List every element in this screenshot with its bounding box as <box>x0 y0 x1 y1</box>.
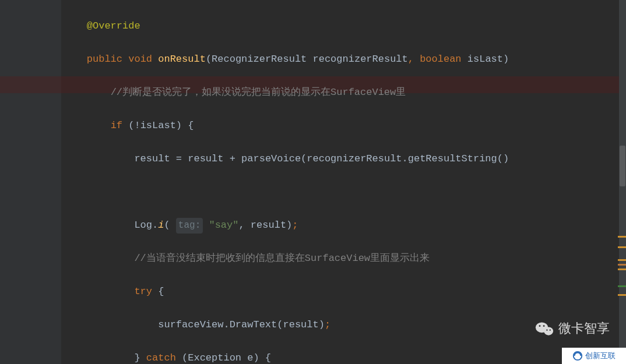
param-type-1: RecognizerResult <box>212 51 307 68</box>
kw-try: try <box>134 284 152 301</box>
svg-point-2 <box>539 325 541 327</box>
kw-if: if <box>111 118 122 135</box>
brand-text: 创新互联 <box>585 349 616 362</box>
if-cond: (!isLast) { <box>128 118 194 135</box>
kw-catch: catch <box>146 350 176 364</box>
annotation-override: @Override <box>87 18 140 35</box>
kw-public: public <box>87 51 122 68</box>
brand-icon <box>572 351 583 361</box>
code-editor[interactable]: @Override public void onResult(Recognize… <box>63 0 626 364</box>
wechat-text: 微卡智享 <box>558 318 610 340</box>
brand-watermark: 创新互联 <box>562 348 626 364</box>
svg-point-5 <box>550 329 551 330</box>
str-say: "say" <box>209 217 238 234</box>
editor-gutter <box>0 0 61 364</box>
method-onresult: onResult <box>158 51 206 68</box>
param-type-2: boolean <box>420 51 461 68</box>
wechat-icon <box>535 321 554 337</box>
comment-1: //判断是否说完了，如果没说完把当前说的显示在SurfaceView里 <box>111 84 406 101</box>
svg-point-4 <box>546 329 547 330</box>
fn-parsevoice: parseVoice <box>241 151 301 168</box>
fn-log-i: i <box>158 217 164 234</box>
var-result-l: result <box>134 151 170 168</box>
hint-tag: tag: <box>176 218 203 234</box>
comment-2: //当语音没结束时把收到的信息直接在SurfaceView里面显示出来 <box>134 250 430 267</box>
svg-point-1 <box>544 327 553 335</box>
param-name-2: isLast <box>467 51 503 68</box>
param-name-1: recognizerResult <box>313 51 408 68</box>
svg-point-3 <box>543 325 545 327</box>
fn-drawtext: DrawText <box>230 317 277 334</box>
kw-void: void <box>128 51 152 68</box>
wechat-watermark: 微卡智享 <box>535 318 610 340</box>
